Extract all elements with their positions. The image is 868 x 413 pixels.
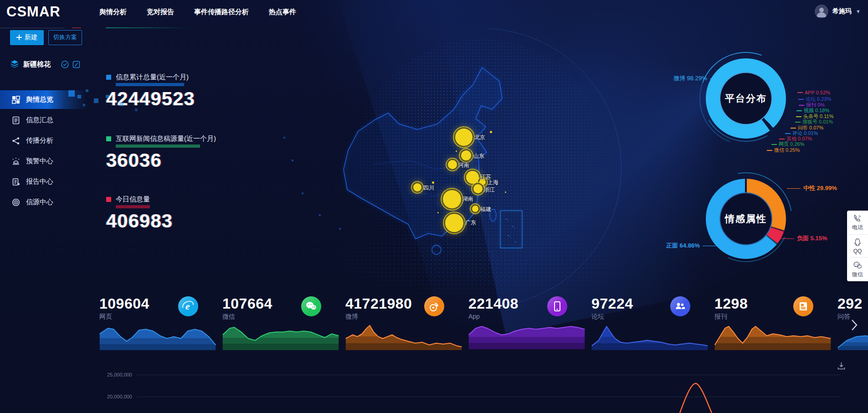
sidebar-item-舆情总览[interactable]: 舆情总览	[0, 89, 87, 110]
csmar-logo[interactable]: CSMAR	[0, 4, 78, 20]
map-label-湖南: 湖南	[462, 195, 473, 203]
contact-电话[interactable]: 电话	[847, 211, 868, 235]
sidebar-item-label: 报告中心	[26, 177, 53, 186]
nav-item-事件传播路径分析[interactable]: 事件传播路径分析	[194, 8, 249, 16]
south-china-sea-inset	[500, 211, 522, 248]
card-sparkline	[714, 325, 831, 350]
card-sparkline	[99, 325, 216, 350]
phone-icon	[547, 296, 567, 316]
ie-icon: e	[178, 296, 198, 316]
card-label: 报刊	[714, 313, 828, 321]
stat-news: 互联网新闻信息稿源量(近一个月) 36036	[106, 134, 216, 171]
map-dot	[490, 131, 492, 133]
platform-card-微信: 107664微信	[222, 295, 336, 350]
card-label: 论坛	[591, 313, 705, 321]
platform-card-论坛: 97224论坛	[591, 295, 705, 350]
map-dot	[437, 212, 439, 213]
forum-icon	[670, 296, 690, 316]
nav-item-热点事件[interactable]: 热点事件	[269, 8, 296, 16]
platform-card-报刊: 1298报刊	[714, 295, 828, 350]
sentiment-label-neutral: 中性 29.99%	[787, 184, 837, 192]
phone-handset-icon	[853, 214, 862, 223]
new-button[interactable]: 新建	[10, 30, 44, 45]
map-bubble-北京[interactable]	[455, 129, 473, 146]
map-bubble-江苏[interactable]	[466, 171, 479, 184]
divider	[0, 28, 65, 28]
contact-QQ[interactable]: QQ	[847, 235, 868, 258]
edit-icon[interactable]	[72, 61, 80, 68]
map-dot	[505, 191, 506, 193]
sidebar-item-信息汇总[interactable]: 信息汇总	[0, 110, 87, 130]
sidebar-item-预警中心[interactable]: 预警中心	[0, 151, 87, 171]
platform-legend-item-APP: APP 0.52%	[797, 90, 830, 95]
map-label-四川: 四川	[423, 184, 434, 192]
sentiment-label-negative: 负面 5.15%	[781, 234, 827, 243]
dashboard-root: CSMAR 舆情分析竞对报告事件传播路径分析热点事件 希施玛 ▼ 新建 切换方案…	[0, 0, 868, 413]
stat-news-value: 36036	[106, 150, 216, 171]
contact-label: 微信	[852, 271, 863, 279]
bg-speck	[283, 137, 285, 139]
map-bubble-广东[interactable]	[445, 214, 463, 232]
document-icon	[12, 116, 20, 124]
map-label-北京: 北京	[474, 134, 485, 141]
platform-donut-title: 平台分布	[719, 72, 772, 125]
platform-legend-item-微信: 微信 0.25%	[767, 147, 800, 154]
qq-icon	[853, 238, 862, 247]
nav-item-舆情分析[interactable]: 舆情分析	[99, 8, 127, 16]
map-bubble-四川[interactable]	[413, 183, 421, 191]
sidebar-item-传播分析[interactable]: 传播分析	[0, 130, 87, 151]
map-bubble-山东[interactable]	[461, 150, 471, 160]
stat-today-value: 406983	[106, 210, 173, 232]
layers-icon	[10, 59, 19, 70]
plan-name[interactable]: 新疆棉花	[23, 60, 51, 69]
map-bubble-湖南[interactable]	[443, 190, 461, 208]
bg-speck	[292, 160, 293, 161]
map-bubble-浙江[interactable]	[473, 184, 483, 193]
map-label-广东: 广东	[465, 219, 476, 227]
grid-icon	[12, 96, 20, 104]
sidebar-item-报告中心[interactable]: 报告中心	[0, 171, 87, 192]
contact-微信[interactable]: 微信	[847, 258, 868, 281]
download-icon[interactable]	[837, 362, 845, 372]
sidebar-item-label: 传播分析	[26, 136, 53, 145]
plan-row: 新疆棉花	[10, 59, 80, 70]
target-icon	[12, 198, 20, 206]
user-name: 希施玛	[832, 7, 852, 15]
platform-donut-chart: 平台分布	[706, 58, 786, 139]
sidebar-item-label: 信源中心	[26, 198, 53, 206]
card-sparkline	[345, 325, 462, 350]
switch-plan-button[interactable]: 切换方案	[48, 30, 82, 45]
sentiment-donut-chart: 情感属性	[706, 179, 786, 259]
gridline	[137, 397, 841, 397]
alarm-icon	[12, 157, 20, 165]
map-bubble-福建[interactable]	[472, 206, 478, 212]
wechat-outline-icon	[853, 261, 862, 270]
platform-card-App: 221408App	[468, 295, 582, 350]
user-menu[interactable]: 希施玛 ▼	[815, 5, 861, 18]
card-label: 微博	[345, 313, 459, 321]
card-sparkline	[468, 324, 585, 349]
share-icon	[12, 137, 20, 145]
sentiment-donut-title: 情感属性	[719, 192, 772, 245]
stat-today: 今日信息量 406983	[106, 195, 173, 232]
nav-underline	[106, 27, 192, 28]
sidebar-item-label: 舆情总览	[26, 95, 53, 104]
card-label: 网页	[99, 313, 213, 321]
card-label: 微信	[222, 313, 336, 321]
sentiment-label-positive: 正面 64.86%	[666, 242, 716, 250]
chevron-right-icon[interactable]	[851, 319, 858, 333]
card-value: 292	[837, 295, 868, 312]
sidebar-menu: 舆情总览信息汇总传播分析预警中心报告中心信源中心	[0, 89, 87, 212]
map-label-河南: 河南	[458, 161, 469, 169]
contact-label: 电话	[852, 224, 863, 232]
map-bubble-河南[interactable]	[448, 160, 457, 169]
platform-main-label: 微博 98.29%	[673, 74, 725, 83]
top-header: CSMAR 舆情分析竞对报告事件传播路径分析热点事件 希施玛 ▼	[0, 0, 868, 24]
sidebar-item-信源中心[interactable]: 信源中心	[0, 192, 87, 212]
check-circle-icon[interactable]	[61, 61, 69, 68]
map-label-山东: 山东	[473, 152, 484, 160]
gridline	[137, 375, 841, 375]
bg-speck	[302, 192, 303, 194]
china-map: 北京山东河南江苏上海浙江四川湖南福建广东	[319, 55, 556, 274]
nav-item-竞对报告[interactable]: 竞对报告	[147, 8, 174, 16]
